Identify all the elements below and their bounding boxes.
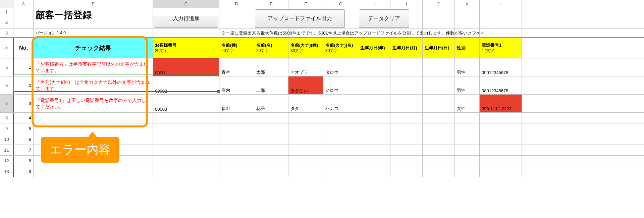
cell[interactable] [254, 145, 288, 155]
col-header-G[interactable]: G [323, 0, 358, 8]
cell[interactable] [455, 123, 480, 134]
cell-check[interactable] [34, 113, 153, 123]
cell-C3[interactable] [153, 29, 219, 37]
row-header-2[interactable]: 2 [0, 16, 13, 29]
cell-sei[interactable]: 青空 [219, 58, 254, 76]
cell-F2[interactable] [288, 16, 323, 29]
cell[interactable] [323, 166, 358, 177]
cell-custno[interactable]: 00001 [153, 58, 219, 76]
cell[interactable] [423, 166, 455, 177]
cell-A1[interactable] [13, 8, 34, 16]
cell-K1[interactable] [455, 8, 480, 16]
cell[interactable] [153, 123, 219, 134]
cell-kmei[interactable]: ハナコ [323, 95, 358, 112]
cell-L1[interactable] [480, 8, 522, 16]
cell[interactable] [423, 145, 455, 155]
cell-no[interactable]: 5 [13, 123, 34, 134]
cell-B3[interactable]: バージョン:1.4.0 [34, 29, 153, 37]
cell[interactable] [288, 113, 323, 123]
cell-sex[interactable]: 男性 [455, 58, 480, 76]
cell[interactable] [153, 145, 219, 155]
cell[interactable] [455, 156, 480, 166]
cell-L3[interactable] [480, 29, 522, 37]
row-header-5[interactable]: 5 [0, 58, 13, 76]
cell[interactable] [480, 145, 522, 155]
cell-D3[interactable]: ※一度に登録出来る最大件数は5000件までです。5001件以上場合はアップロード… [219, 29, 254, 37]
cell[interactable] [254, 156, 288, 166]
cell-J1[interactable] [423, 8, 455, 16]
row-header-8[interactable]: 8 [0, 113, 13, 123]
cell[interactable] [358, 166, 390, 177]
cell[interactable] [358, 156, 390, 166]
cell-no[interactable]: 2 [13, 76, 34, 94]
cell-bd[interactable] [423, 76, 455, 94]
row-header-4[interactable]: 4 [0, 38, 13, 58]
cell[interactable] [423, 156, 455, 166]
cell-mei[interactable]: 花子 [254, 95, 288, 112]
cell[interactable] [323, 123, 358, 134]
cell-ksei[interactable]: あきない [288, 76, 323, 94]
cell[interactable] [480, 156, 522, 166]
add-row-button[interactable]: 入力行追加 [154, 16, 218, 28]
cell[interactable] [390, 113, 423, 123]
cell[interactable] [219, 145, 254, 155]
cell-J2[interactable] [423, 16, 455, 29]
cell[interactable] [288, 134, 323, 145]
cell[interactable] [288, 123, 323, 134]
cell[interactable] [423, 123, 455, 134]
cell-bm[interactable] [390, 76, 423, 94]
cell[interactable] [480, 134, 522, 145]
cell[interactable] [219, 134, 254, 145]
cell-bm[interactable] [390, 95, 423, 112]
cell-by[interactable] [358, 58, 390, 76]
cell[interactable] [358, 123, 390, 134]
cell-no[interactable]: 7 [13, 145, 34, 155]
cell-ksei[interactable]: タダ [288, 95, 323, 112]
cell[interactable] [153, 113, 219, 123]
cell-custno[interactable]: 00002 [153, 76, 219, 94]
cell-K3[interactable] [455, 29, 480, 37]
row-header-11[interactable]: 11 [0, 145, 13, 155]
cell[interactable] [219, 156, 254, 166]
cell[interactable] [323, 156, 358, 166]
cell[interactable] [254, 123, 288, 134]
cell[interactable] [480, 123, 522, 134]
cell-bd[interactable] [423, 95, 455, 112]
cell[interactable] [323, 113, 358, 123]
row-header-7[interactable]: 7 [0, 95, 13, 112]
row-header-10[interactable]: 10 [0, 134, 13, 145]
col-header-E[interactable]: E [254, 0, 288, 8]
cell[interactable] [153, 134, 219, 145]
cell-B1[interactable]: 顧客一括登録 [34, 8, 153, 16]
col-header-H[interactable]: H [358, 0, 390, 8]
col-header-I[interactable]: I [390, 0, 423, 8]
cell-F3[interactable] [288, 29, 323, 37]
col-header-A[interactable]: A [13, 0, 34, 8]
row-header-12[interactable]: 12 [0, 156, 13, 166]
cell-L2[interactable] [480, 16, 522, 29]
cell[interactable] [358, 134, 390, 145]
cell-no[interactable]: 8 [13, 156, 34, 166]
cell[interactable] [480, 113, 522, 123]
cell-tel1[interactable]: 090-1111-2222 [480, 95, 522, 112]
cell-C1[interactable] [153, 8, 219, 16]
cell[interactable] [219, 166, 254, 177]
cell-no[interactable]: 4 [13, 113, 34, 123]
cell-sei[interactable]: 商内 [219, 76, 254, 94]
cell-I2[interactable] [390, 16, 423, 29]
cell-K2[interactable] [455, 16, 480, 29]
cell-by[interactable] [358, 95, 390, 112]
cell[interactable] [390, 134, 423, 145]
cell-G3[interactable] [323, 29, 358, 37]
col-header-F[interactable]: F [288, 0, 323, 8]
cell-D2[interactable] [219, 16, 254, 29]
row-header-3[interactable]: 3 [0, 29, 13, 37]
cell-bd[interactable] [423, 58, 455, 76]
cell-no[interactable]: 1 [13, 58, 34, 76]
cell-bm[interactable] [390, 58, 423, 76]
cell-by[interactable] [358, 76, 390, 94]
cell-H3[interactable] [358, 29, 390, 37]
row-header-1[interactable]: 1 [0, 8, 13, 16]
cell-C2[interactable]: 入力行追加 [153, 16, 219, 29]
cell[interactable] [358, 113, 390, 123]
